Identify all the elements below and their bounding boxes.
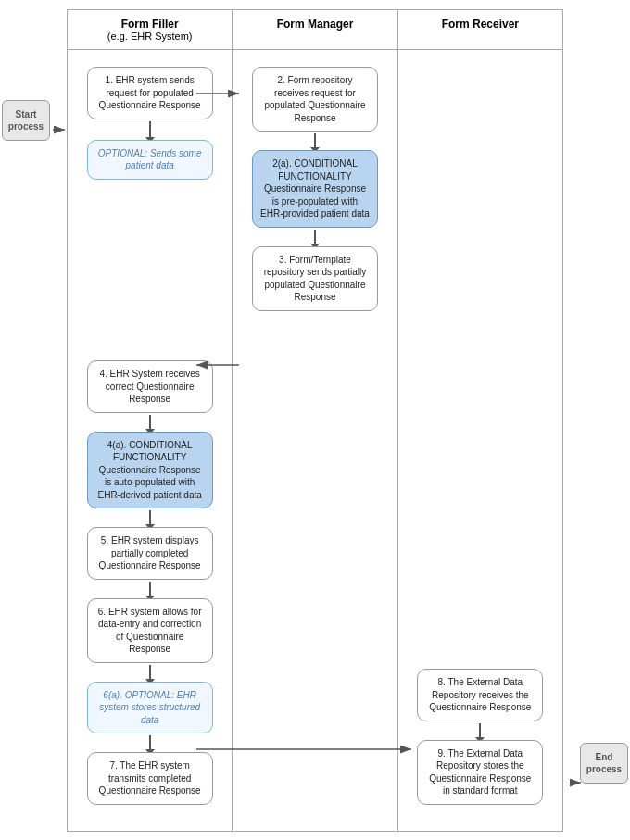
box2a-text: 2(a). CONDITIONAL FUNCTIONALITY Question…: [260, 158, 370, 219]
col2-header: Form Manager: [233, 10, 397, 49]
box4a-container: 4(a). CONDITIONAL FUNCTIONALITY Question…: [87, 432, 213, 509]
col2-body: 2. Form repository receives request for …: [233, 50, 397, 831]
arrow-4a-to-5: [149, 510, 151, 525]
box7: 7. The EHR system transmits completed Qu…: [87, 752, 213, 805]
box4: 4. EHR System receives correct Questionn…: [87, 360, 213, 413]
box6-container: 6. EHR system allows for data-entry and …: [87, 598, 213, 663]
box4a-text: 4(a). CONDITIONAL FUNCTIONALITY Question…: [98, 440, 202, 500]
start-label: Start process: [2, 100, 50, 141]
box8: 8. The External Data Repository receives…: [417, 669, 543, 721]
box1-optional-container: OPTIONAL: Sends some patient data: [87, 140, 213, 180]
box2: 2. Form repository receives request for …: [252, 67, 378, 132]
col3-header: Form Receiver: [398, 10, 562, 49]
box4-container: 4. EHR System receives correct Questionn…: [87, 360, 213, 413]
column-body: 1. EHR system sends request for populate…: [68, 50, 562, 831]
box3: 3. Form/Template repository sends partia…: [252, 246, 378, 311]
box4-text: 4. EHR System receives correct Questionn…: [99, 369, 199, 404]
arrow-6a-to-7: [149, 735, 151, 750]
end-label: End process: [580, 743, 628, 784]
box7-text: 7. The EHR system transmits completed Qu…: [99, 760, 201, 796]
col1-body: 1. EHR system sends request for populate…: [68, 50, 233, 831]
box9-container: 9. The External Data Repository stores t…: [417, 740, 543, 805]
box5: 5. EHR system displays partially complet…: [87, 527, 213, 580]
box1-optional: OPTIONAL: Sends some patient data: [87, 140, 213, 180]
col3-header-text: Form Receiver: [402, 18, 559, 31]
box1-container: 1. EHR system sends request for populate…: [87, 67, 213, 119]
box8-container: 8. The External Data Repository receives…: [417, 669, 543, 721]
box2a: 2(a). CONDITIONAL FUNCTIONALITY Question…: [252, 150, 378, 228]
arrow-1-to-opt: [149, 121, 151, 138]
flow-table: Form Filler (e.g. EHR System) Form Manag…: [67, 9, 563, 832]
box2-text: 2. Form repository receives request for …: [264, 75, 365, 123]
box4a: 4(a). CONDITIONAL FUNCTIONALITY Question…: [87, 432, 213, 509]
arrow-2-to-2a: [314, 133, 316, 148]
box9-text: 9. The External Data Repository stores t…: [429, 748, 531, 796]
box1: 1. EHR system sends request for populate…: [87, 67, 213, 119]
diagram-wrapper: Start process End process Form Filler (e…: [0, 0, 630, 840]
box8-text: 8. The External Data Repository receives…: [429, 677, 531, 712]
arrow-4-to-4a: [149, 415, 151, 430]
box3-text: 3. Form/Template repository sends partia…: [264, 255, 367, 303]
box6-text: 6. EHR system allows for data-entry and …: [98, 607, 202, 655]
box1-text: 1. EHR system sends request for populate…: [99, 75, 201, 110]
box9: 9. The External Data Repository stores t…: [417, 740, 543, 805]
box6a-container: 6(a). OPTIONAL: EHR system stores struct…: [87, 682, 213, 734]
box6a: 6(a). OPTIONAL: EHR system stores struct…: [87, 682, 213, 734]
box1opt-text: OPTIONAL: Sends some patient data: [98, 148, 202, 171]
box5-text: 5. EHR system displays partially complet…: [99, 535, 201, 570]
arrow-2a-to-3: [314, 230, 316, 244]
col1-subheader: (e.g. EHR System): [71, 31, 228, 42]
box6: 6. EHR system allows for data-entry and …: [87, 598, 213, 663]
col1-header-text: Form Filler: [71, 18, 228, 31]
box6a-text: 6(a). OPTIONAL: EHR system stores struct…: [99, 690, 200, 725]
col2-header-text: Form Manager: [236, 18, 393, 31]
box2a-container: 2(a). CONDITIONAL FUNCTIONALITY Question…: [252, 150, 378, 228]
box7-container: 7. The EHR system transmits completed Qu…: [87, 752, 213, 805]
col3-body: 8. The External Data Repository receives…: [398, 50, 562, 831]
arrow-5-to-6: [149, 582, 151, 596]
arrow-6-to-6a: [149, 665, 151, 680]
column-headers: Form Filler (e.g. EHR System) Form Manag…: [68, 10, 562, 50]
box2-container: 2. Form repository receives request for …: [252, 67, 378, 132]
box3-container: 3. Form/Template repository sends partia…: [252, 246, 378, 311]
box5-container: 5. EHR system displays partially complet…: [87, 527, 213, 580]
arrow-8-to-9: [479, 723, 481, 738]
col-header-filler: Form Filler (e.g. EHR System): [68, 10, 233, 49]
